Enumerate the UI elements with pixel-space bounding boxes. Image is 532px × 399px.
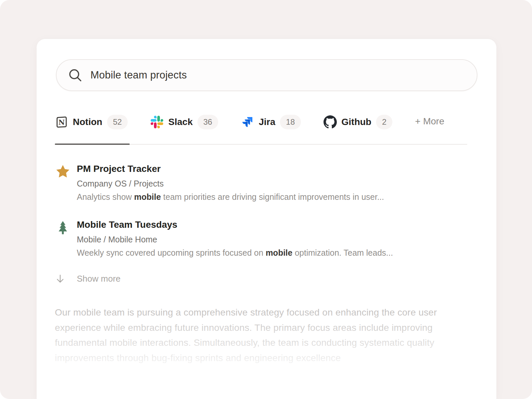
tree-icon	[55, 219, 71, 235]
tab-count-badge: 36	[198, 115, 218, 129]
svg-text:N: N	[59, 118, 65, 126]
result-title: PM Project Tracker	[77, 163, 384, 175]
tab-count-badge: 2	[376, 115, 392, 129]
result-title: Mobile Team Tuesdays	[77, 219, 393, 230]
search-icon	[68, 68, 82, 82]
tab-label: Github	[341, 117, 371, 127]
tab-slack[interactable]: Slack 36	[150, 115, 218, 144]
notion-icon: N	[55, 115, 68, 129]
result-breadcrumb: Company OS / Projects	[77, 179, 384, 189]
tab-label: Slack	[168, 117, 193, 127]
github-icon	[324, 115, 337, 129]
result-body: Mobile Team Tuesdays Mobile / Mobile Hom…	[77, 219, 393, 258]
result-snippet: Analytics show mobile team priorities ar…	[77, 192, 384, 202]
more-tabs-button[interactable]: + More	[415, 116, 444, 141]
tab-label: Notion	[73, 117, 102, 127]
snippet-text: optimization. Team leads...	[292, 248, 393, 257]
result-breadcrumb: Mobile / Mobile Home	[77, 235, 393, 244]
show-more-button[interactable]: Show more	[55, 273, 121, 284]
search-input[interactable]	[90, 69, 466, 81]
search-bar[interactable]	[56, 59, 477, 91]
tab-github[interactable]: Github 2	[324, 115, 393, 144]
arrow-down-icon	[55, 273, 66, 284]
tab-count-badge: 52	[107, 115, 128, 129]
snippet-text: team priorities are driving significant …	[161, 192, 384, 201]
more-tabs-label: + More	[415, 116, 444, 127]
tab-notion[interactable]: N Notion 52	[55, 115, 128, 144]
snippet-text: Weekly sync covered upcoming sprints foc…	[77, 248, 266, 257]
results-list: PM Project Tracker Company OS / Projects…	[55, 163, 484, 258]
snippet-highlight: mobile	[266, 248, 293, 257]
tab-label: Jira	[259, 117, 275, 127]
show-more-label: Show more	[77, 274, 121, 284]
tab-jira[interactable]: Jira 18	[241, 115, 301, 144]
source-tabs: N Notion 52 Slack 36	[55, 115, 467, 145]
search-results-card: N Notion 52 Slack 36	[37, 39, 496, 399]
snippet-highlight: mobile	[134, 192, 161, 201]
star-icon	[55, 163, 71, 179]
summary-paragraph: Our mobile team is pursuing a comprehens…	[55, 305, 469, 365]
snippet-text: Analytics show	[77, 192, 134, 201]
search-screen: N Notion 52 Slack 36	[0, 0, 532, 399]
tab-count-badge: 18	[280, 115, 301, 129]
result-mobile-team-tuesdays[interactable]: Mobile Team Tuesdays Mobile / Mobile Hom…	[55, 219, 484, 258]
summary-text: Our mobile team is pursuing a comprehens…	[55, 307, 437, 363]
result-body: PM Project Tracker Company OS / Projects…	[77, 163, 384, 202]
result-pm-project-tracker[interactable]: PM Project Tracker Company OS / Projects…	[55, 163, 484, 202]
slack-icon	[150, 115, 164, 129]
result-snippet: Weekly sync covered upcoming sprints foc…	[77, 248, 393, 258]
jira-icon	[241, 115, 254, 129]
